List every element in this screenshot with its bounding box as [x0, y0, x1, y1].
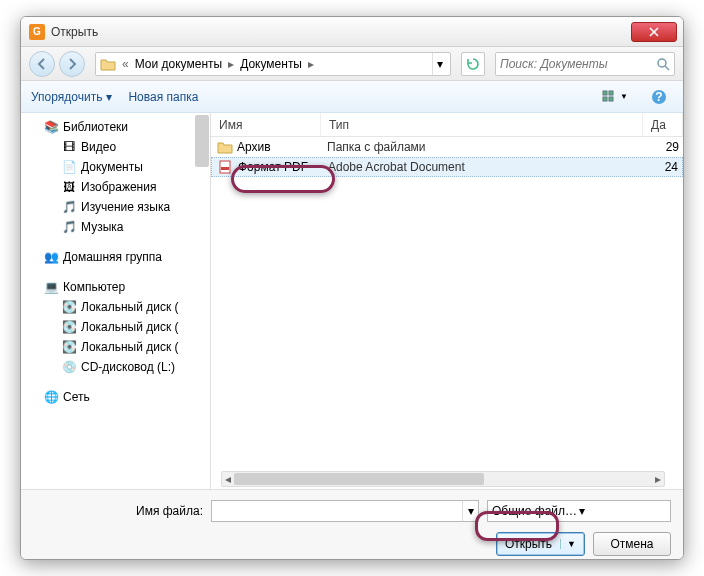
svg-rect-2 — [609, 91, 613, 95]
computer-icon: 💻 — [43, 279, 59, 295]
tree-homegroup[interactable]: 👥Домашняя группа — [21, 247, 210, 267]
tree-libraries[interactable]: 📚Библиотеки — [21, 117, 210, 137]
tree-lang[interactable]: 🎵Изучение языка — [21, 197, 210, 217]
chevron-right-icon: ▸ — [306, 57, 316, 71]
search-input[interactable] — [500, 57, 656, 71]
organize-button[interactable]: Упорядочить▾ — [31, 90, 112, 104]
scroll-left-icon[interactable]: ◂ — [222, 472, 234, 486]
address-dropdown[interactable]: ▾ — [432, 53, 446, 75]
disk-icon: 💽 — [61, 339, 77, 355]
bottom-panel: Имя файла: ▾ Общие файлы (*.pdf *.fdf *.… — [21, 489, 683, 560]
chevron-down-icon: ▾ — [106, 90, 112, 104]
tree-panel: 📚Библиотеки 🎞Видео 📄Документы 🖼Изображен… — [21, 113, 211, 489]
view-button[interactable]: ▼ — [601, 86, 629, 108]
filetype-select[interactable]: Общие файлы (*.pdf *.fdf *.xfd ▾ — [487, 500, 671, 522]
file-type: Папка с файлами — [325, 140, 643, 154]
tree-disk-1[interactable]: 💽Локальный диск ( — [21, 297, 210, 317]
svg-point-0 — [658, 59, 666, 67]
scroll-thumb[interactable] — [234, 473, 484, 485]
filetype-value: Общие файлы (*.pdf *.fdf *.xfd — [492, 504, 579, 518]
music-icon: 🎵 — [61, 219, 77, 235]
tree-disk-3[interactable]: 💽Локальный диск ( — [21, 337, 210, 357]
address-bar[interactable]: « Мои документы ▸ Документы ▸ ▾ — [95, 52, 451, 76]
docs-icon: 📄 — [61, 159, 77, 175]
file-type: Adobe Acrobat Document — [326, 160, 642, 174]
help-button[interactable]: ? — [645, 86, 673, 108]
video-icon: 🎞 — [61, 139, 77, 155]
close-icon — [649, 27, 659, 37]
h-scrollbar[interactable]: ◂ ▸ — [221, 471, 665, 487]
crumb-docs[interactable]: Документы — [236, 57, 306, 71]
tree-disk-2[interactable]: 💽Локальный диск ( — [21, 317, 210, 337]
crumb-mydocs[interactable]: Мои документы — [131, 57, 226, 71]
back-button[interactable] — [29, 51, 55, 77]
tree-network[interactable]: 🌐Сеть — [21, 387, 210, 407]
file-row[interactable]: Архив Папка с файлами 29 — [211, 137, 683, 157]
file-date: 24 — [642, 160, 682, 174]
chevron-right-icon: ▸ — [226, 57, 236, 71]
search-icon — [656, 57, 670, 71]
window-title: Открыть — [51, 25, 631, 39]
col-date[interactable]: Да — [643, 113, 683, 136]
folder-icon — [217, 140, 233, 154]
tree-images[interactable]: 🖼Изображения — [21, 177, 210, 197]
filename-label: Имя файла: — [33, 504, 203, 518]
disk-icon: 💽 — [61, 299, 77, 315]
svg-rect-3 — [603, 97, 607, 101]
chevron-down-icon: ▾ — [579, 504, 666, 518]
svg-rect-1 — [603, 91, 607, 95]
svg-rect-8 — [221, 167, 229, 170]
navbar: « Мои документы ▸ Документы ▸ ▾ — [21, 47, 683, 81]
network-icon: 🌐 — [43, 389, 59, 405]
col-name[interactable]: Имя — [211, 113, 321, 136]
filename-input[interactable] — [212, 504, 462, 518]
file-list: Имя Тип Да Архив Папка с файлами 29 Форм… — [211, 113, 683, 489]
svg-rect-4 — [609, 97, 613, 101]
tree-video[interactable]: 🎞Видео — [21, 137, 210, 157]
tree-computer[interactable]: 💻Компьютер — [21, 277, 210, 297]
disk-icon: 💽 — [61, 319, 77, 335]
refresh-button[interactable] — [461, 52, 485, 76]
folder-icon — [100, 57, 116, 71]
column-headers: Имя Тип Да — [211, 113, 683, 137]
cd-icon: 💿 — [61, 359, 77, 375]
app-icon: G — [29, 24, 45, 40]
tree-music[interactable]: 🎵Музыка — [21, 217, 210, 237]
open-button[interactable]: Открыть▼ — [496, 532, 585, 556]
forward-button[interactable] — [59, 51, 85, 77]
tree-cd[interactable]: 💿CD-дисковод (L:) — [21, 357, 210, 377]
titlebar: G Открыть — [21, 17, 683, 47]
homegroup-icon: 👥 — [43, 249, 59, 265]
close-button[interactable] — [631, 22, 677, 42]
tree-documents[interactable]: 📄Документы — [21, 157, 210, 177]
col-type[interactable]: Тип — [321, 113, 643, 136]
images-icon: 🖼 — [61, 179, 77, 195]
cancel-button[interactable]: Отмена — [593, 532, 671, 556]
file-row[interactable]: Формат PDF Adobe Acrobat Document 24 — [211, 157, 683, 177]
toolbar: Упорядочить▾ Новая папка ▼ ? — [21, 81, 683, 113]
file-name: Архив — [237, 140, 325, 154]
chevron-down-icon: ▼ — [620, 92, 628, 101]
content-area: 📚Библиотеки 🎞Видео 📄Документы 🖼Изображен… — [21, 113, 683, 489]
filename-field[interactable]: ▾ — [211, 500, 479, 522]
file-name: Формат PDF — [238, 160, 326, 174]
libraries-icon: 📚 — [43, 119, 59, 135]
filename-dropdown[interactable]: ▾ — [462, 501, 478, 521]
chevron-down-icon: ▼ — [560, 539, 576, 549]
crumb-prefix: « — [120, 57, 131, 71]
pdf-icon — [218, 160, 234, 174]
open-dialog: G Открыть « Мои документы ▸ Документы ▸ … — [20, 16, 684, 560]
file-date: 29 — [643, 140, 683, 154]
svg-text:?: ? — [655, 90, 662, 104]
newfolder-button[interactable]: Новая папка — [128, 90, 198, 104]
tree-scrollbar[interactable] — [195, 115, 209, 167]
lang-icon: 🎵 — [61, 199, 77, 215]
scroll-right-icon[interactable]: ▸ — [652, 472, 664, 486]
search-box[interactable] — [495, 52, 675, 76]
